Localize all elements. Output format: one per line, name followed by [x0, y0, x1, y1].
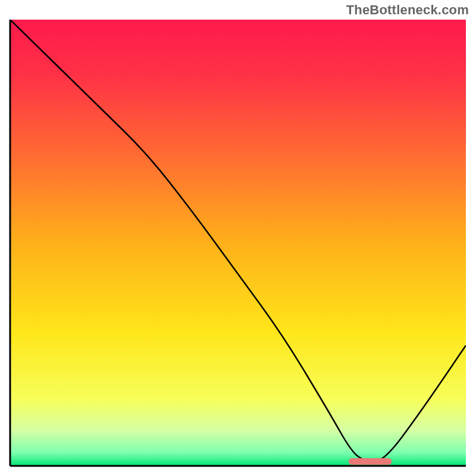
watermark-text: TheBottleneck.com — [346, 2, 469, 18]
chart-canvas: TheBottleneck.com — [0, 0, 476, 476]
plot-svg — [8, 18, 468, 468]
plot-frame — [8, 18, 468, 468]
